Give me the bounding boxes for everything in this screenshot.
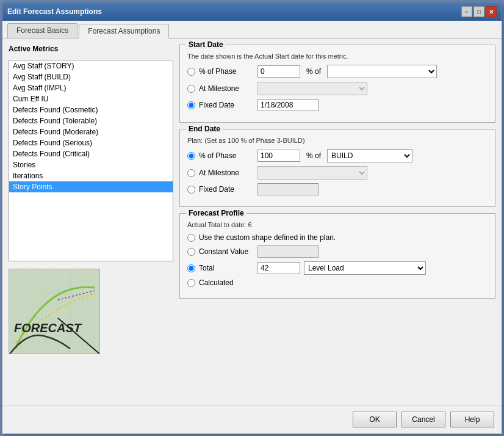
maximize-button[interactable]: □ <box>473 6 484 17</box>
constant-value-label: Constant Value <box>199 247 254 256</box>
calculated-radio[interactable] <box>187 279 195 287</box>
cancel-button[interactable]: Cancel <box>401 412 445 427</box>
start-fixed-date-value[interactable] <box>257 99 319 111</box>
list-item[interactable]: Defects Found (Critical) <box>9 148 173 159</box>
total-value-input[interactable] <box>257 262 300 274</box>
minimize-button[interactable]: − <box>461 6 472 17</box>
end-fixed-date-label: Fixed Date <box>199 185 254 194</box>
end-milestone-dropdown[interactable] <box>257 166 367 180</box>
total-row: Total Level Load <box>187 261 488 275</box>
list-item[interactable]: Defects Found (Serious) <box>9 137 173 148</box>
start-milestone-dropdown[interactable] <box>257 82 367 95</box>
edit-forecast-dialog: Edit Forecast Assumptions − □ ✕ Forecast… <box>2 2 502 434</box>
start-milestone-radio[interactable] <box>187 85 195 93</box>
right-panel: Start Date The date shown is the Actual … <box>179 45 495 399</box>
start-fixed-date-label: Fixed Date <box>199 101 254 109</box>
start-pct-of-text: % of <box>306 67 321 76</box>
list-item-story-points[interactable]: Story Points <box>9 181 173 192</box>
title-bar: Edit Forecast Assumptions − □ ✕ <box>2 2 502 21</box>
end-pct-radio[interactable] <box>187 152 195 160</box>
forecast-chart-svg <box>9 269 100 354</box>
end-milestone-radio[interactable] <box>187 169 195 177</box>
total-label: Total <box>199 264 254 272</box>
end-fixed-date-value[interactable] <box>257 183 319 195</box>
forecast-profile-group: Forecast Profile Actual Total to date: 6… <box>179 213 495 299</box>
calculated-label: Calculated <box>199 278 234 287</box>
dialog-title: Edit Forecast Assumptions <box>7 7 102 16</box>
start-milestone-row: At Milestone <box>187 82 488 95</box>
start-date-subtitle: The date shown is the Actual Start date … <box>187 53 488 60</box>
ok-button[interactable]: OK <box>353 412 397 427</box>
forecast-preview-image: FORECAST <box>9 269 100 354</box>
total-radio[interactable] <box>187 264 195 272</box>
custom-shape-row: Use the custom shape defined in the plan… <box>187 233 488 242</box>
constant-value-input[interactable] <box>257 245 319 258</box>
list-item[interactable]: Avg Staff (STORY) <box>9 60 173 71</box>
custom-shape-radio[interactable] <box>187 234 195 242</box>
list-item[interactable]: Avg Staff (IMPL) <box>9 82 173 93</box>
start-milestone-label: At Milestone <box>199 84 254 93</box>
end-pct-label: % of Phase <box>199 151 254 160</box>
start-pct-of-phase-row: % of Phase % of <box>187 65 488 78</box>
start-pct-radio[interactable] <box>187 68 195 76</box>
forecast-profile-label: Forecast Profile <box>186 209 247 217</box>
tab-forecast-basics[interactable]: Forecast Basics <box>7 23 77 38</box>
start-fixed-date-row: Fixed Date <box>187 99 488 111</box>
end-pct-phase-dropdown[interactable]: BUILD <box>327 149 412 162</box>
list-item[interactable]: Avg Staff (BUILD) <box>9 71 173 82</box>
custom-shape-label: Use the custom shape defined in the plan… <box>199 233 336 242</box>
start-pct-value[interactable] <box>257 65 300 78</box>
forecast-label: FORECAST <box>14 321 81 335</box>
left-panel: Active Metrics Avg Staff (STORY) Avg Sta… <box>9 45 173 399</box>
end-milestone-label: At Milestone <box>199 169 254 177</box>
list-item[interactable]: Defects Found (Cosmetic) <box>9 104 173 115</box>
constant-value-row: Constant Value <box>187 245 488 258</box>
constant-value-radio[interactable] <box>187 248 195 256</box>
list-item[interactable]: Iterations <box>9 170 173 181</box>
list-item[interactable]: Stories <box>9 159 173 170</box>
end-pct-value[interactable] <box>257 150 300 162</box>
tab-forecast-assumptions[interactable]: Forecast Assumptions <box>79 24 169 38</box>
dialog-footer: OK Cancel Help <box>2 405 502 434</box>
dialog-body: Active Metrics Avg Staff (STORY) Avg Sta… <box>2 38 502 405</box>
end-fixed-date-radio[interactable] <box>187 186 195 194</box>
list-item[interactable]: Cum Eff IU <box>9 93 173 104</box>
metrics-list[interactable]: Avg Staff (STORY) Avg Staff (BUILD) Avg … <box>9 60 173 261</box>
end-pct-of-text: % of <box>306 151 321 160</box>
start-pct-phase-dropdown[interactable] <box>327 65 437 78</box>
end-milestone-row: At Milestone <box>187 166 488 180</box>
list-item[interactable]: Defects Found (Tolerable) <box>9 115 173 126</box>
active-metrics-label: Active Metrics <box>9 45 173 53</box>
end-fixed-date-row: Fixed Date <box>187 183 488 195</box>
total-type-dropdown[interactable]: Level Load <box>304 261 426 275</box>
end-date-label: End Date <box>186 125 223 133</box>
start-pct-label: % of Phase <box>199 67 254 76</box>
start-date-label: Start Date <box>186 40 226 49</box>
end-date-subtitle: Plan: (Set as 100 % of Phase 3-BUILD) <box>187 137 488 144</box>
close-button[interactable]: ✕ <box>486 6 497 17</box>
start-fixed-date-radio[interactable] <box>187 101 195 109</box>
tabs-bar: Forecast Basics Forecast Assumptions <box>2 21 502 38</box>
list-item[interactable]: Defects Found (Moderate) <box>9 126 173 137</box>
title-bar-buttons: − □ ✕ <box>461 6 497 17</box>
calculated-row: Calculated <box>187 278 488 287</box>
help-button[interactable]: Help <box>450 412 494 427</box>
end-pct-of-phase-row: % of Phase % of BUILD <box>187 149 488 162</box>
start-date-group: Start Date The date shown is the Actual … <box>179 45 495 123</box>
end-date-group: End Date Plan: (Set as 100 % of Phase 3-… <box>179 129 495 207</box>
actual-total-text: Actual Total to date: 6 <box>187 221 488 228</box>
